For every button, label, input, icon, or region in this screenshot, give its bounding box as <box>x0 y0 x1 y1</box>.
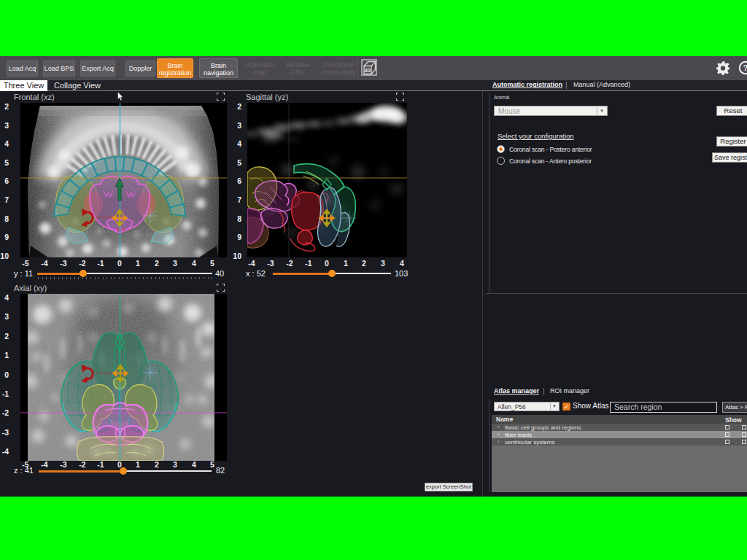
svg-text:3D: 3D <box>365 68 371 73</box>
svg-text:?: ? <box>743 63 747 72</box>
